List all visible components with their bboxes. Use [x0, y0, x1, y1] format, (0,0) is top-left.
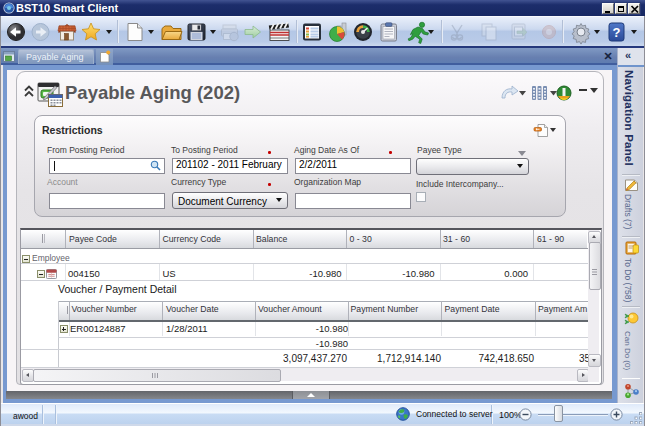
svg-text:?: ? — [613, 25, 621, 40]
